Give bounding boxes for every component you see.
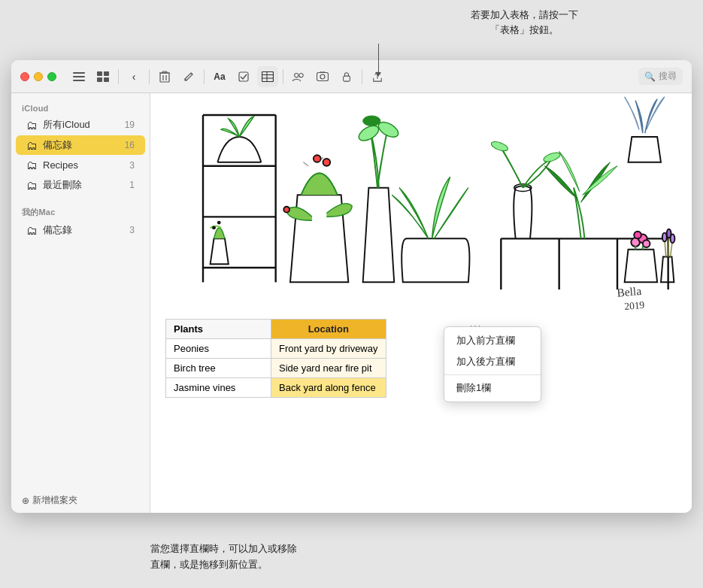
main-window: ‹ Aa xyxy=(11,60,692,513)
svg-rect-4 xyxy=(104,71,109,76)
note-table: Plants Location Peonies Front yard by dr… xyxy=(165,319,386,398)
svg-rect-12 xyxy=(239,72,248,81)
table-row: Birch tree Side yard near fire pit xyxy=(166,359,386,378)
sidebar-item-mac-notes[interactable]: 🗂 備忘錄 3 xyxy=(16,220,145,240)
plant-sketch: Bella 2019 xyxy=(150,93,692,311)
folder-icon-2: 🗂 xyxy=(26,139,38,152)
back-button[interactable]: ‹ xyxy=(123,66,144,87)
context-menu: 加入前方直欄 加入後方直欄 刪除1欄 xyxy=(444,326,541,402)
table-header-plants: Plants xyxy=(166,320,271,339)
svg-rect-19 xyxy=(317,72,329,80)
sidebar-item-mac-notes-count: 3 xyxy=(129,225,135,235)
collab-button[interactable] xyxy=(288,66,309,87)
main-content: iCloud 🗂 所有iCloud 19 🗂 備忘錄 16 🗂 Recipes … xyxy=(11,93,692,513)
plus-icon: ⊕ xyxy=(22,496,29,506)
add-folder-button[interactable]: ⊕ 新增檔案夾 xyxy=(22,494,150,507)
table-cell-plant-0[interactable]: Peonies xyxy=(166,339,271,359)
annotation-arrow-line xyxy=(378,44,379,74)
format-button[interactable]: Aa xyxy=(209,66,230,87)
folder-icon-5: 🗂 xyxy=(26,224,38,237)
table-header-location-text: Location xyxy=(308,323,349,335)
sidebar-item-recipes-label: Recipes xyxy=(43,159,78,171)
sidebar-item-notes-count: 16 xyxy=(125,140,135,150)
maximize-button[interactable] xyxy=(47,72,56,81)
table-header-location: Location xyxy=(271,320,386,339)
svg-point-60 xyxy=(671,235,675,244)
annotation-bottom-line1: 當您選擇直欄時，可以加入或移除 xyxy=(150,541,297,557)
separator-3 xyxy=(204,69,205,84)
svg-rect-3 xyxy=(97,71,102,76)
svg-point-40 xyxy=(363,116,380,126)
svg-rect-6 xyxy=(104,77,109,82)
table-cell-location-1[interactable]: Side yard near fire pit xyxy=(271,359,386,378)
sidebar-item-recipes[interactable]: 🗂 Recipes 3 xyxy=(16,156,145,174)
annotation-top-line1: 若要加入表格，請按一下 xyxy=(361,8,688,23)
table-row: Peonies Front yard by driveway xyxy=(166,339,386,359)
svg-rect-22 xyxy=(167,93,676,311)
table-row: Jasmine vines Back yard along fence xyxy=(166,378,386,398)
svg-rect-5 xyxy=(97,77,102,82)
sidebar-item-notes[interactable]: 🗂 備忘錄 16 xyxy=(16,135,145,155)
context-menu-delete-col[interactable]: 刪除1欄 xyxy=(444,377,541,399)
svg-point-35 xyxy=(283,207,289,213)
sidebar-item-all-icloud[interactable]: 🗂 所有iCloud 19 xyxy=(16,115,145,135)
sidebar-item-recently-deleted-count: 1 xyxy=(129,180,135,190)
note-area: Bella 2019 ⠿ xyxy=(150,93,692,513)
delete-button[interactable] xyxy=(154,66,175,87)
table-cell-location-0[interactable]: Front yard by driveway xyxy=(271,339,386,359)
annotation-top-line2: 「表格」按鈕。 xyxy=(361,23,688,38)
icloud-section-title: iCloud xyxy=(11,99,150,114)
annotation-arrow-head xyxy=(375,72,381,77)
close-button[interactable] xyxy=(20,72,29,81)
context-menu-insert-after[interactable]: 加入後方直欄 xyxy=(444,351,541,372)
svg-text:2019: 2019 xyxy=(624,299,645,311)
svg-rect-21 xyxy=(344,76,350,81)
folder-icon: 🗂 xyxy=(26,119,38,132)
table-container: ⠿ Plants Location Peonies xyxy=(165,319,386,398)
svg-point-52 xyxy=(643,240,650,247)
search-box[interactable]: 🔍 搜尋 xyxy=(638,68,683,85)
search-icon: 🔍 xyxy=(644,71,656,82)
sketch-area: Bella 2019 xyxy=(150,93,692,311)
table-button[interactable] xyxy=(257,66,278,87)
table-cell-location-2[interactable]: Back yard along fence xyxy=(271,378,386,398)
context-menu-trigger[interactable]: ··· xyxy=(470,320,482,331)
grid-view-button[interactable] xyxy=(92,66,114,87)
separator-4 xyxy=(283,69,283,84)
annotation-bottom-line2: 直欄，或是拖移到新位置。 xyxy=(150,557,297,573)
sidebar-item-recipes-count: 3 xyxy=(129,160,135,171)
svg-rect-7 xyxy=(160,73,169,82)
search-label: 搜尋 xyxy=(659,70,677,83)
checklist-button[interactable] xyxy=(233,66,254,87)
sidebar-item-all-icloud-count: 19 xyxy=(125,120,135,130)
sidebar-item-notes-label: 備忘錄 xyxy=(43,138,72,152)
annotation-top: 若要加入表格，請按一下 「表格」按鈕。 xyxy=(361,8,688,37)
svg-rect-0 xyxy=(73,72,85,74)
titlebar: ‹ Aa xyxy=(11,60,692,93)
separator-5 xyxy=(362,69,362,84)
svg-text:Bella: Bella xyxy=(617,284,642,299)
lock-button[interactable] xyxy=(336,66,357,87)
context-menu-separator xyxy=(444,374,541,375)
photo-button[interactable] xyxy=(312,66,333,87)
context-menu-insert-before[interactable]: 加入前方直欄 xyxy=(444,330,541,351)
svg-point-51 xyxy=(634,232,641,239)
minimize-button[interactable] xyxy=(34,72,43,81)
table-cell-plant-1[interactable]: Birch tree xyxy=(166,359,271,378)
svg-point-18 xyxy=(299,73,303,77)
sidebar-item-recently-deleted-label: 最近刪除 xyxy=(43,178,82,192)
separator-2 xyxy=(149,69,150,84)
folder-icon-3: 🗂 xyxy=(26,159,38,171)
separator-1 xyxy=(118,69,119,84)
svg-point-32 xyxy=(213,226,215,229)
svg-point-31 xyxy=(218,222,220,224)
svg-rect-2 xyxy=(73,80,85,81)
compose-button[interactable] xyxy=(178,66,199,87)
sidebar-item-recently-deleted[interactable]: 🗂 最近刪除 1 xyxy=(16,175,145,195)
my-mac-section-title: 我的Mac xyxy=(11,202,150,220)
table-cell-plant-2[interactable]: Jasmine vines xyxy=(166,378,271,398)
svg-point-17 xyxy=(295,73,298,77)
list-view-button[interactable] xyxy=(68,66,89,87)
traffic-lights xyxy=(20,72,56,81)
sidebar: iCloud 🗂 所有iCloud 19 🗂 備忘錄 16 🗂 Recipes … xyxy=(11,93,150,513)
